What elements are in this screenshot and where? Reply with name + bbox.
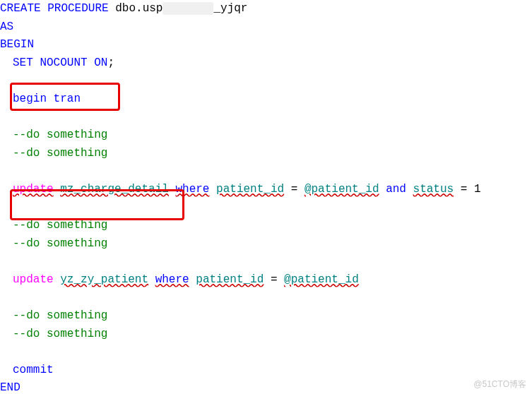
code-line: --do something bbox=[0, 126, 532, 145]
code-line: --do something bbox=[0, 235, 532, 253]
code-line: CREATE PROCEDURE dbo.usp_yjqr bbox=[0, 0, 532, 18]
code-line: SET NOCOUNT ON; bbox=[0, 54, 532, 73]
code-line-empty bbox=[0, 289, 532, 308]
comment: --do something bbox=[13, 328, 107, 340]
code-line: BEGIN bbox=[0, 36, 532, 54]
comment: --do something bbox=[13, 219, 107, 232]
code-line: END bbox=[0, 379, 532, 394]
comment: --do something bbox=[13, 147, 107, 160]
comment: --do something bbox=[13, 129, 107, 141]
keyword-where: where bbox=[175, 183, 209, 196]
code-line: --do something bbox=[0, 326, 532, 344]
keyword-and: and bbox=[386, 183, 406, 196]
code-line-empty bbox=[0, 343, 532, 362]
code-line: --do something bbox=[0, 217, 532, 235]
literal-one: 1 bbox=[474, 183, 481, 196]
proc-name-suffix: _yjqr bbox=[213, 2, 247, 15]
table-name: mz_charge_detail bbox=[60, 183, 169, 196]
equals: = bbox=[264, 273, 284, 286]
keyword-update: update bbox=[13, 273, 54, 286]
code-line: commit bbox=[0, 362, 532, 380]
code-line: update yz_zy_patient where patient_id = … bbox=[0, 271, 532, 289]
keyword-end: END bbox=[0, 381, 20, 394]
proc-name-prefix: dbo.usp bbox=[115, 2, 162, 15]
column-patient-id: patient_id bbox=[216, 183, 284, 196]
set-nocount: SET NOCOUNT ON bbox=[13, 56, 107, 69]
code-line: begin tran bbox=[0, 90, 532, 109]
keyword-update: update bbox=[13, 183, 54, 196]
code-line: AS bbox=[0, 18, 532, 37]
table-name: yz_zy_patient bbox=[60, 273, 148, 286]
code-line-empty bbox=[0, 162, 532, 181]
keyword-as: AS bbox=[0, 20, 13, 33]
keyword-commit: commit bbox=[13, 364, 54, 376]
code-line-empty bbox=[0, 109, 532, 127]
param-patient-id: @patient_id bbox=[284, 273, 359, 286]
code-line-empty bbox=[0, 199, 532, 217]
code-line: --do something bbox=[0, 307, 532, 326]
code-line: update mz_charge_detail where patient_id… bbox=[0, 181, 532, 199]
code-line-empty bbox=[0, 72, 532, 90]
equals: = bbox=[454, 183, 474, 196]
code-line: --do something bbox=[0, 145, 532, 163]
comment: --do something bbox=[13, 309, 107, 322]
keyword-where: where bbox=[155, 273, 189, 286]
keyword-begin: BEGIN bbox=[0, 38, 34, 51]
redacted-area bbox=[162, 2, 213, 15]
watermark: @51CTO博客 bbox=[473, 378, 526, 391]
code-line-empty bbox=[0, 253, 532, 271]
column-patient-id: patient_id bbox=[196, 273, 264, 286]
comment: --do something bbox=[13, 237, 107, 250]
begin-tran: begin tran bbox=[13, 92, 81, 105]
equals: = bbox=[284, 183, 305, 196]
param-patient-id: @patient_id bbox=[305, 183, 379, 196]
column-status: status bbox=[413, 183, 454, 196]
code-container: CREATE PROCEDURE dbo.usp_yjqr AS BEGIN S… bbox=[0, 0, 532, 394]
semicolon: ; bbox=[107, 56, 114, 69]
keyword-create-procedure: CREATE PROCEDURE bbox=[0, 2, 109, 15]
